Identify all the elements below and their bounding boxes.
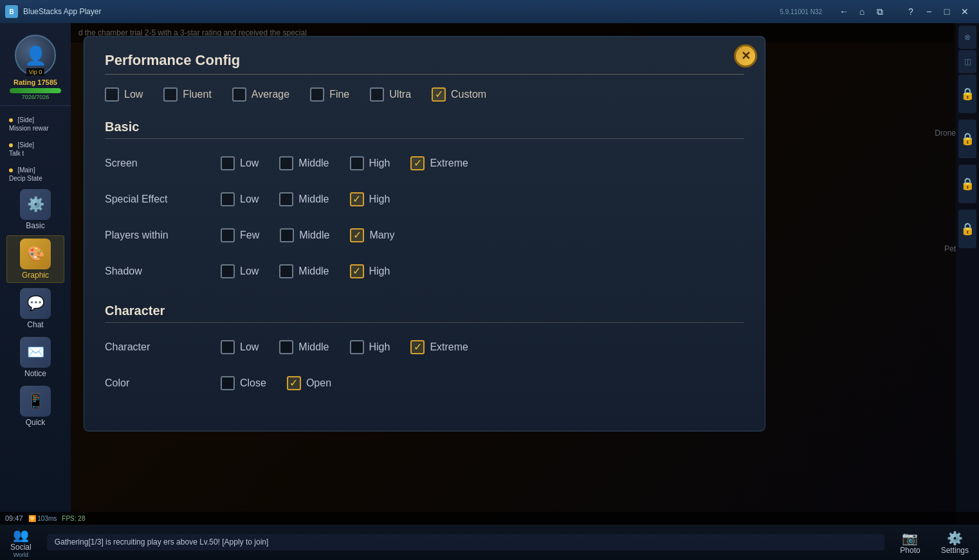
preset-ultra-checkbox[interactable] (370, 87, 384, 102)
shadow-high[interactable]: ✓ High (350, 264, 390, 278)
preset-low-label: Low (124, 89, 143, 100)
color-open[interactable]: ✓ Open (287, 376, 331, 390)
character-high[interactable]: High (350, 340, 390, 354)
preset-fine[interactable]: Fine (310, 87, 349, 102)
panel-icon-1: ⊗ (964, 33, 971, 42)
screen-high[interactable]: High (350, 156, 390, 170)
right-panel-locked-4[interactable]: 🔒 (958, 210, 976, 248)
screen-low[interactable]: Low (221, 156, 259, 170)
sidebar-item-quick[interactable]: 📱 Quick (6, 383, 64, 429)
preset-low[interactable]: Low (105, 87, 143, 102)
preset-custom-checkbox[interactable]: ✓ (432, 87, 446, 102)
checkmark-icon: ✓ (435, 89, 443, 100)
character-label: Character (105, 341, 221, 353)
preset-average-checkbox[interactable] (232, 87, 246, 102)
checkmark-icon: ✓ (353, 230, 361, 240)
rating-value: 17585 (37, 78, 57, 86)
character-low-checkbox[interactable] (221, 340, 235, 354)
color-label: Color (105, 377, 221, 389)
players-middle-checkbox[interactable] (280, 228, 294, 242)
special-effect-middle-checkbox[interactable] (279, 192, 293, 206)
preset-average[interactable]: Average (232, 87, 289, 102)
right-panel-locked-1[interactable]: 🔒 (958, 75, 976, 113)
hp-bar (10, 88, 61, 93)
app-version: 5.9.11001 N32 (780, 8, 822, 15)
character-high-checkbox[interactable] (350, 340, 364, 354)
special-effect-middle[interactable]: Middle (279, 192, 329, 206)
character-extreme[interactable]: ✓ Extreme (410, 340, 468, 354)
character-low[interactable]: Low (221, 340, 259, 354)
screen-extreme-checkbox[interactable]: ✓ (410, 156, 425, 170)
sidebar-item-chat[interactable]: 💬 Chat (6, 285, 64, 332)
vip-badge: Vip 0 (26, 68, 44, 76)
color-close[interactable]: Close (221, 376, 266, 390)
bottom-bar: 👥 Social World Gathering[1/3] is recruit… (0, 525, 979, 560)
screen-extreme[interactable]: ✓ Extreme (410, 156, 468, 170)
color-open-checkbox[interactable]: ✓ (287, 376, 301, 390)
quest-item-1[interactable]: [Side] Mission rewar (6, 111, 64, 134)
performance-config-modal: ✕ Performance Config Low Fluent Average … (84, 36, 765, 431)
social-button[interactable]: 👥 Social World (0, 527, 42, 558)
checkmark-icon: ✓ (352, 194, 361, 204)
time-display: 09:47 (5, 514, 23, 522)
shadow-low-checkbox[interactable] (221, 264, 235, 278)
preset-fine-checkbox[interactable] (310, 87, 324, 102)
screen-middle-checkbox[interactable] (279, 156, 293, 170)
help-button[interactable]: ? (902, 5, 920, 19)
shadow-low[interactable]: Low (221, 264, 259, 278)
preset-average-label: Average (252, 89, 289, 100)
back-button[interactable]: ← (835, 5, 853, 19)
quest-item-2[interactable]: [Side] Talk t (6, 136, 64, 159)
character-middle-checkbox[interactable] (279, 340, 293, 354)
special-effect-low-checkbox[interactable] (221, 192, 235, 206)
modal-close-button[interactable]: ✕ (734, 44, 757, 68)
right-panel-locked-3[interactable]: 🔒 (958, 165, 976, 203)
maximize-button[interactable]: □ (938, 5, 956, 19)
players-many-label: Many (369, 230, 394, 241)
special-effect-high-checkbox[interactable]: ✓ (350, 192, 364, 206)
screen-middle[interactable]: Middle (279, 156, 329, 170)
presets-row: Low Fluent Average Fine Ultra ✓ (105, 87, 744, 102)
special-effect-low[interactable]: Low (221, 192, 259, 206)
screen-label: Screen (105, 158, 221, 169)
sidebar-item-basic[interactable]: ⚙️ Basic (6, 186, 64, 233)
sidebar-item-graphic[interactable]: 🎨 Graphic (6, 235, 64, 283)
settings-button[interactable]: ⚙️ Settings (931, 530, 979, 555)
character-extreme-checkbox[interactable]: ✓ (410, 340, 425, 354)
preset-fluent[interactable]: Fluent (163, 87, 211, 102)
right-panel-icon-2[interactable]: ◫ (958, 50, 976, 73)
players-many-checkbox[interactable]: ✓ (350, 228, 364, 242)
special-effect-high[interactable]: ✓ High (350, 192, 390, 206)
screen-high-checkbox[interactable] (350, 156, 364, 170)
player-avatar-area: 👤 Vip 0 Rating 17585 7026/7026 (0, 30, 71, 106)
preset-fluent-checkbox[interactable] (163, 87, 178, 102)
players-few[interactable]: Few (221, 228, 259, 242)
app-icon: B (5, 5, 18, 18)
photo-button[interactable]: 📷 Photo (890, 530, 930, 555)
quest-item-3[interactable]: [Main] Decip State (6, 161, 64, 184)
copy-button[interactable]: ⧉ (871, 5, 889, 19)
shadow-middle[interactable]: Middle (279, 264, 329, 278)
minimize-button[interactable]: − (920, 5, 938, 19)
character-extreme-label: Extreme (430, 341, 468, 353)
right-panel-locked-2[interactable]: 🔒 (958, 120, 976, 158)
shadow-middle-checkbox[interactable] (279, 264, 293, 278)
players-middle[interactable]: Middle (280, 228, 329, 242)
preset-ultra[interactable]: Ultra (370, 87, 411, 102)
character-middle[interactable]: Middle (279, 340, 329, 354)
sidebar-item-notice[interactable]: ✉️ Notice (6, 334, 64, 381)
screen-low-checkbox[interactable] (221, 156, 235, 170)
shadow-high-checkbox[interactable]: ✓ (350, 264, 364, 278)
players-few-checkbox[interactable] (221, 228, 235, 242)
right-panel-icon-1[interactable]: ⊗ (958, 26, 976, 49)
avatar: 👤 Vip 0 (15, 35, 56, 76)
close-window-button[interactable]: ✕ (956, 5, 974, 19)
home-button[interactable]: ⌂ (853, 5, 871, 19)
preset-fluent-label: Fluent (183, 89, 211, 100)
preset-low-checkbox[interactable] (105, 87, 119, 102)
players-many[interactable]: ✓ Many (350, 228, 394, 242)
basic-section-title: Basic (105, 120, 744, 139)
color-close-checkbox[interactable] (221, 376, 235, 390)
preset-custom[interactable]: ✓ Custom (432, 87, 486, 102)
color-open-label: Open (306, 377, 331, 389)
